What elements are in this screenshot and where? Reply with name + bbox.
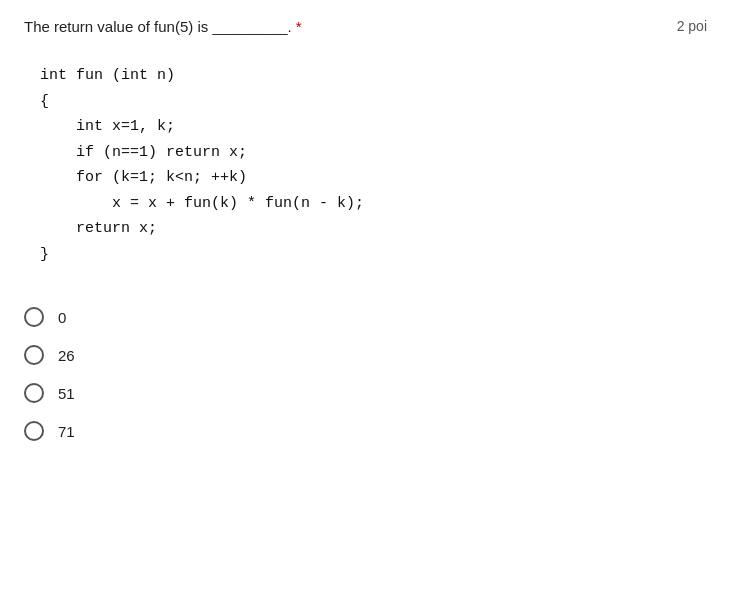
option-label-51: 51 — [58, 385, 75, 402]
option-item-71[interactable]: 71 — [24, 421, 707, 441]
option-item-51[interactable]: 51 — [24, 383, 707, 403]
option-label-0: 0 — [58, 309, 66, 326]
radio-0[interactable] — [24, 307, 44, 327]
option-label-26: 26 — [58, 347, 75, 364]
question-text: The return value of fun(5) is _________.… — [24, 18, 302, 35]
radio-26[interactable] — [24, 345, 44, 365]
points-label: 2 poi — [677, 18, 707, 34]
code-block: int fun (int n) { int x=1, k; if (n==1) … — [24, 53, 707, 283]
option-item-0[interactable]: 0 — [24, 307, 707, 327]
required-star: * — [296, 18, 302, 35]
radio-51[interactable] — [24, 383, 44, 403]
option-item-26[interactable]: 26 — [24, 345, 707, 365]
radio-71[interactable] — [24, 421, 44, 441]
options-list: 0265171 — [24, 307, 707, 441]
question-header: The return value of fun(5) is _________.… — [24, 18, 707, 35]
question-body: The return value of fun(5) is _________. — [24, 18, 292, 35]
option-label-71: 71 — [58, 423, 75, 440]
